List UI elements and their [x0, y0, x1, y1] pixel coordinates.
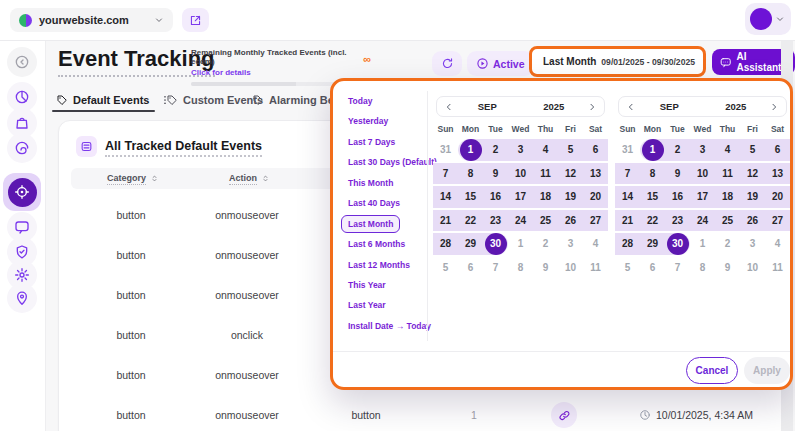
- preset-option[interactable]: Last 30 Days (Default): [341, 153, 444, 171]
- calendar-day[interactable]: 7: [433, 162, 458, 186]
- calendar-day[interactable]: 28: [615, 232, 640, 256]
- calendar-day[interactable]: 10: [508, 162, 533, 186]
- calendar-day[interactable]: 5: [740, 138, 765, 162]
- calendar-day[interactable]: 18: [533, 185, 558, 209]
- calendar-day[interactable]: 20: [583, 185, 608, 209]
- tracking-status-button[interactable]: Active: [467, 51, 534, 76]
- calendar-day[interactable]: 17: [690, 185, 715, 209]
- calendar-day[interactable]: 10: [690, 162, 715, 186]
- calendar-day[interactable]: 17: [508, 185, 533, 209]
- preset-option[interactable]: Yesterday: [341, 112, 395, 130]
- calendar-day[interactable]: 10: [740, 256, 765, 280]
- column-header-action[interactable]: Action: [229, 168, 270, 189]
- prev-month-icon[interactable]: [626, 102, 636, 112]
- calendar-day[interactable]: 10: [558, 256, 583, 280]
- calendar-day[interactable]: 7: [483, 256, 508, 280]
- calendar-day[interactable]: 12: [558, 162, 583, 186]
- tab-alarming-behavior[interactable]: Alarming Beh: [252, 90, 341, 110]
- calendar-day[interactable]: 27: [765, 209, 790, 233]
- calendar-day[interactable]: 23: [665, 209, 690, 233]
- calendar-day[interactable]: 11: [765, 256, 790, 280]
- calendar-day[interactable]: 6: [458, 256, 483, 280]
- calendar-day[interactable]: 6: [765, 138, 790, 162]
- calendar-day[interactable]: 16: [665, 185, 690, 209]
- calendar-day[interactable]: 19: [558, 185, 583, 209]
- date-range-selector[interactable]: Last Month 09/01/2025 - 09/30/2025: [529, 46, 706, 77]
- open-site-button[interactable]: [182, 8, 209, 32]
- calendar-day[interactable]: 13: [765, 162, 790, 186]
- preset-option[interactable]: Last Month: [341, 215, 400, 233]
- sort-icon[interactable]: [261, 174, 270, 183]
- sidebar-item-sessions[interactable]: [7, 133, 37, 163]
- calendar-day[interactable]: 9: [715, 256, 740, 280]
- sort-icon[interactable]: [150, 174, 159, 183]
- calendar-day[interactable]: 4: [765, 232, 790, 256]
- calendar-day[interactable]: 31: [615, 138, 640, 162]
- calendar-day[interactable]: 24: [690, 209, 715, 233]
- calendar-day[interactable]: 31: [433, 138, 458, 162]
- calendar-day[interactable]: 6: [640, 256, 665, 280]
- calendar-day[interactable]: 3: [740, 232, 765, 256]
- tab-custom-events[interactable]: Custom Events: [166, 90, 263, 110]
- refresh-button[interactable]: [432, 51, 462, 76]
- calendar-day[interactable]: 11: [583, 256, 608, 280]
- calendar-day[interactable]: 24: [508, 209, 533, 233]
- calendar-day[interactable]: 8: [690, 256, 715, 280]
- details-link[interactable]: Click for details: [191, 68, 363, 77]
- calendar-day[interactable]: 8: [458, 162, 483, 186]
- calendar-day[interactable]: 9: [665, 162, 690, 186]
- calendar-day[interactable]: 21: [615, 209, 640, 233]
- calendar-day[interactable]: 14: [615, 185, 640, 209]
- calendar-day[interactable]: 13: [583, 162, 608, 186]
- calendar-day[interactable]: 29: [640, 232, 665, 256]
- calendar-day[interactable]: 8: [508, 256, 533, 280]
- calendar-day[interactable]: 5: [558, 138, 583, 162]
- calendar-day[interactable]: 5: [615, 256, 640, 280]
- preset-option[interactable]: Last 12 Months: [341, 256, 417, 274]
- calendar-day[interactable]: 6: [583, 138, 608, 162]
- calendar-day[interactable]: 1: [508, 232, 533, 256]
- calendar-day[interactable]: 28: [433, 232, 458, 256]
- calendar-day[interactable]: 30: [483, 232, 508, 256]
- calendar-day[interactable]: 15: [640, 185, 665, 209]
- calendar-day[interactable]: 5: [433, 256, 458, 280]
- calendar-day[interactable]: 8: [640, 162, 665, 186]
- calendar-day[interactable]: 25: [715, 209, 740, 233]
- calendar-day[interactable]: 16: [483, 185, 508, 209]
- calendar-day[interactable]: 19: [740, 185, 765, 209]
- apply-button[interactable]: Apply: [744, 357, 790, 384]
- calendar-day[interactable]: 29: [458, 232, 483, 256]
- calendar-day[interactable]: 2: [533, 232, 558, 256]
- calendar-day[interactable]: 14: [433, 185, 458, 209]
- calendar-day[interactable]: 12: [740, 162, 765, 186]
- calendar-day[interactable]: 26: [740, 209, 765, 233]
- calendar-day[interactable]: 18: [715, 185, 740, 209]
- calendar-day[interactable]: 9: [483, 162, 508, 186]
- calendar-day[interactable]: 1: [690, 232, 715, 256]
- calendar-day[interactable]: 4: [533, 138, 558, 162]
- preset-option[interactable]: Last 6 Months: [341, 235, 412, 253]
- calendar-day[interactable]: 20: [765, 185, 790, 209]
- calendar-day[interactable]: 26: [558, 209, 583, 233]
- sidebar-item-account[interactable]: [7, 283, 37, 313]
- link-button[interactable]: [551, 402, 577, 428]
- sidebar-item-event-tracking[interactable]: [3, 173, 41, 211]
- calendar-day[interactable]: 11: [715, 162, 740, 186]
- calendar-day[interactable]: 15: [458, 185, 483, 209]
- sidebar-item-collapse-panel[interactable]: [7, 47, 37, 77]
- calendar-day[interactable]: 2: [483, 138, 508, 162]
- cancel-button[interactable]: Cancel: [686, 357, 738, 384]
- calendar-day[interactable]: 4: [715, 138, 740, 162]
- preset-option[interactable]: Install Date → Today: [341, 317, 438, 335]
- column-header-category[interactable]: Category: [107, 168, 159, 189]
- calendar-day[interactable]: 22: [458, 209, 483, 233]
- calendar-day[interactable]: 3: [690, 138, 715, 162]
- calendar-day[interactable]: 3: [508, 138, 533, 162]
- calendar-day[interactable]: 21: [433, 209, 458, 233]
- calendar-day[interactable]: 11: [533, 162, 558, 186]
- prev-month-icon[interactable]: [444, 102, 454, 112]
- preset-option[interactable]: Last Year: [341, 296, 393, 314]
- calendar-day[interactable]: 3: [558, 232, 583, 256]
- calendar-day[interactable]: 23: [483, 209, 508, 233]
- calendar-day[interactable]: 1: [458, 138, 483, 162]
